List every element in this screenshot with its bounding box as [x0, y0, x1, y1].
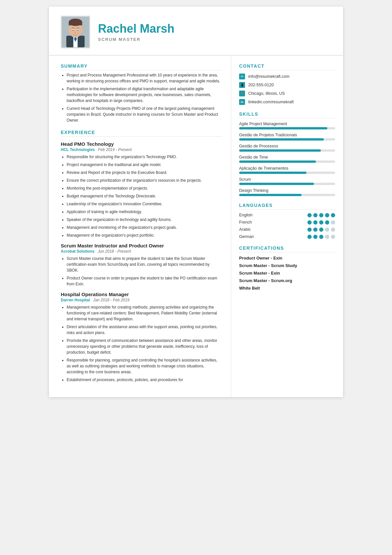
bullet-item: Review and Report of the projects to the…: [67, 170, 222, 176]
job-date-3: Jan 2018 - Feb 2019: [93, 298, 129, 302]
location-icon: 📍: [239, 91, 245, 96]
job-company-1: HCL Technologies: [61, 147, 95, 152]
skill-item-0: Agile Project Management: [239, 122, 335, 129]
bullet-item: Management responsible for creating meth…: [67, 304, 222, 322]
contact-phone-row: 📱 202-555-0120: [239, 82, 335, 88]
skill-bar-bg-0: [239, 127, 335, 129]
svg-point-11: [77, 30, 78, 31]
skill-bar-fill-0: [239, 127, 327, 129]
lang-dots-3: [307, 235, 335, 239]
skills-title: SKILLS: [239, 111, 335, 118]
body: SUMMARY Project and Process Management P…: [49, 56, 343, 397]
contact-linkedin-row: in linkedin.com/resumekraft: [239, 99, 335, 105]
lang-row-2: Arabic: [239, 227, 335, 232]
skill-bar-bg-4: [239, 172, 335, 174]
contact-linkedin: linkedin.com/resumekraft: [248, 100, 294, 104]
skills-section: SKILLS Agile Project Management Gestão d…: [239, 111, 335, 196]
languages-title: LANGUAGES: [239, 203, 335, 210]
summary-title: SUMMARY: [61, 63, 222, 70]
lang-name-0: English: [239, 213, 262, 217]
contact-email: info@resumekraft.com: [248, 74, 289, 79]
skill-bar-bg-2: [239, 149, 335, 152]
skill-bar-bg-5: [239, 183, 335, 185]
dot: [331, 227, 335, 232]
email-icon: ✉: [239, 74, 245, 79]
skill-name-0: Agile Project Management: [239, 122, 335, 126]
cert-item-0: Product Owner - Exin: [239, 256, 335, 261]
cert-item-2: Scrum Master - Exin: [239, 271, 335, 276]
resume-page: Rachel Marsh SCRUM MASTER SUMMARY Projec…: [49, 7, 343, 397]
certifications-section: CERTIFICATIONS Product Owner - Exin Scru…: [239, 245, 335, 291]
bullet-item: Establishment of processes, protocols, p…: [67, 377, 222, 383]
lang-row-3: German: [239, 234, 335, 239]
experience-section: EXPERIENCE Head PMO Technology HCL Techn…: [61, 130, 222, 383]
dot: [319, 227, 323, 232]
job-sub-2: Acrobat Solutions Jun 2018 - Present: [61, 249, 222, 254]
summary-section: SUMMARY Project and Process Management P…: [61, 63, 222, 123]
job-sub-1: HCL Technologies Feb 2019 - Present: [61, 147, 222, 152]
skill-name-4: Aplicação de Treinamentos: [239, 166, 335, 171]
job-title-1: Head PMO Technology: [61, 141, 222, 147]
skill-item-1: Gestão de Projetos Tradicionais: [239, 133, 335, 141]
phone-icon: 📱: [239, 82, 245, 88]
skill-bar-bg-6: [239, 194, 335, 196]
contact-location-row: 📍 Chicago, Illinois, US: [239, 91, 335, 96]
dot: [319, 213, 323, 217]
cert-item-4: White Belt: [239, 286, 335, 291]
skill-name-2: Gestão de Processos: [239, 144, 335, 148]
job-sub-3: Darren Hospital Jan 2018 - Feb 2019: [61, 298, 222, 302]
skill-bar-fill-6: [239, 194, 302, 196]
contact-email-row: ✉ info@resumekraft.com: [239, 74, 335, 79]
dot: [307, 235, 312, 239]
dot: [319, 220, 323, 225]
skill-item-4: Aplicação de Treinamentos: [239, 166, 335, 174]
svg-rect-7: [69, 22, 82, 25]
svg-point-13: [81, 29, 83, 32]
dot: [325, 235, 329, 239]
bullet-item: Management and monitoring of the organiz…: [67, 225, 222, 230]
skill-name-6: Design Thinking: [239, 188, 335, 193]
bullet-item: Leadership of the organization's Innovat…: [67, 201, 222, 207]
dot: [307, 220, 312, 225]
dot: [331, 220, 335, 225]
right-column: CONTACT ✉ info@resumekraft.com 📱 202-555…: [231, 56, 343, 397]
job-title-2: Scrum Master Instructor and Product Owne…: [61, 243, 222, 248]
dot: [307, 213, 312, 217]
job-date-1: Feb 2019 - Present: [98, 147, 132, 152]
job-bullets-3: Management responsible for creating meth…: [61, 304, 222, 383]
avatar: [61, 16, 90, 48]
candidate-title: SCRUM MASTER: [98, 37, 174, 42]
bullet-item: Product Owner course in order to prepare…: [67, 275, 222, 287]
skill-item-5: Scrum: [239, 177, 335, 185]
job-date-2: Jun 2018 - Present: [98, 249, 131, 254]
bullet-item: Scrum Master course that aims to prepare…: [67, 256, 222, 273]
dot: [331, 235, 335, 239]
contact-location: Chicago, Illinois, US: [248, 91, 285, 96]
bullet-item: Budget management of the Technology Dire…: [67, 193, 222, 199]
lang-name-3: German: [239, 234, 262, 239]
summary-item: Participation in the implementation of d…: [67, 86, 222, 104]
certifications-title: CERTIFICATIONS: [239, 245, 335, 252]
skill-bar-fill-1: [239, 138, 324, 141]
bullet-item: Ensure the correct prioritization of the…: [67, 177, 222, 183]
bullet-item: Application of training in agile methodo…: [67, 209, 222, 215]
skill-bar-bg-1: [239, 138, 335, 141]
lang-name-2: Arabic: [239, 227, 262, 232]
svg-point-10: [73, 30, 74, 31]
languages-section: LANGUAGES English French: [239, 203, 335, 239]
job-bullets-2: Scrum Master course that aims to prepare…: [61, 256, 222, 287]
dot: [313, 227, 318, 232]
job-company-2: Acrobat Solutions: [61, 249, 94, 254]
skill-item-3: Gestão de Time: [239, 155, 335, 163]
skill-name-5: Scrum: [239, 177, 335, 182]
dot: [331, 213, 335, 217]
job-title-3: Hospital Operations Manager: [61, 292, 222, 297]
bullet-item: Direct articulation of the assistance ar…: [67, 324, 222, 336]
lang-row-0: English: [239, 213, 335, 217]
summary-item: Project and Process Management Professio…: [67, 72, 222, 84]
dot: [313, 213, 318, 217]
skill-name-1: Gestão de Projetos Tradicionais: [239, 133, 335, 137]
skill-bar-bg-3: [239, 160, 335, 163]
bullet-item: Responsible for structuring the organiza…: [67, 154, 222, 160]
experience-title: EXPERIENCE: [61, 130, 222, 137]
